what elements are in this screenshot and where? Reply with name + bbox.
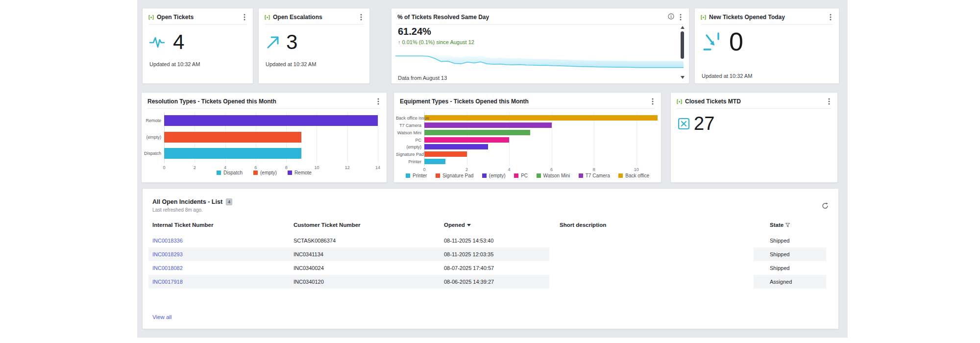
cell-internal-ticket[interactable]: INC0018336 xyxy=(152,238,290,244)
card-resolved-same-day: % of Tickets Resolved Same Day 61.24% ↑ … xyxy=(391,8,689,84)
legend-item-remote[interactable]: Remote xyxy=(288,170,312,175)
live-icon xyxy=(677,99,682,104)
x-axis-ticks: 0246810 xyxy=(424,167,658,173)
live-icon xyxy=(701,15,706,20)
updated-timestamp: Updated at 10:32 AM xyxy=(149,61,200,67)
legend-item-pc[interactable]: PC xyxy=(514,173,528,178)
info-icon[interactable] xyxy=(668,13,674,22)
bar-printer[interactable] xyxy=(424,159,445,164)
legend-item--empty-[interactable]: (empty) xyxy=(253,170,277,175)
card-title: Closed Tickets MTD xyxy=(685,98,741,105)
category-label: Watson Mini xyxy=(396,130,421,135)
column-header-internal-ticket[interactable]: Internal Ticket Number xyxy=(152,222,290,228)
cell-state: Assigned xyxy=(770,279,833,285)
x-tick-label: 4 xyxy=(508,167,511,172)
kebab-menu-icon[interactable] xyxy=(241,13,248,21)
card-scrollbar[interactable] xyxy=(680,26,686,79)
x-tick-label: 12 xyxy=(345,165,350,170)
legend-swatch xyxy=(514,173,518,178)
category-label: T7 Camera xyxy=(396,123,421,128)
header-divider xyxy=(701,24,833,24)
scroll-down-icon[interactable] xyxy=(681,76,685,79)
legend-label: (empty) xyxy=(260,170,277,175)
column-header-opened[interactable]: Opened xyxy=(444,222,557,228)
card-open-tickets: Open Tickets 4 Updated at 10:32 AM xyxy=(142,8,253,84)
gridline xyxy=(378,112,378,163)
scroll-up-icon[interactable] xyxy=(681,26,685,29)
bar-back-office-issue[interactable] xyxy=(424,115,658,121)
x-tick-label: 2 xyxy=(466,167,468,172)
bar-remote[interactable] xyxy=(164,115,378,126)
bar--empty-[interactable] xyxy=(424,144,488,149)
category-label: Remote xyxy=(144,118,161,123)
table-row: INC0018293INC034113408-11-2025 12:03:35S… xyxy=(143,247,838,261)
legend-label: Back office xyxy=(625,173,649,178)
category-label: PC xyxy=(396,138,421,143)
kebab-menu-icon[interactable] xyxy=(358,13,365,21)
bar-t7-camera[interactable] xyxy=(424,122,552,128)
legend-item-dispatch[interactable]: Dispatch xyxy=(217,170,243,175)
cell-internal-ticket[interactable]: INC0018293 xyxy=(152,251,290,257)
legend-swatch xyxy=(253,171,258,175)
kpi-value: 3 xyxy=(286,32,297,52)
header-divider xyxy=(397,24,683,24)
x-tick-label: 14 xyxy=(375,165,380,170)
bar-signature-pad[interactable] xyxy=(424,151,467,157)
legend-item-back-office[interactable]: Back office xyxy=(618,173,649,178)
category-label: Signature Pad xyxy=(396,152,421,157)
updated-timestamp: Updated at 10:32 AM xyxy=(266,61,316,67)
bar-pc[interactable] xyxy=(424,137,509,143)
legend-swatch xyxy=(579,173,583,178)
scrollbar-thumb[interactable] xyxy=(681,31,684,59)
x-tick-label: 6 xyxy=(550,167,553,172)
bar--empty-[interactable] xyxy=(164,132,301,143)
cell-opened: 08-07-2025 17:40:57 xyxy=(444,265,557,271)
table-header-row: Internal Ticket Number Customer Ticket N… xyxy=(143,222,838,232)
legend-item-printer[interactable]: Printer xyxy=(406,173,427,178)
bar-watson-mini[interactable] xyxy=(424,130,530,135)
column-header-short-description[interactable]: Short description xyxy=(560,222,756,228)
card-open-escalations: Open Escalations 3 Updated at 10:32 AM xyxy=(258,8,370,84)
filter-icon xyxy=(785,223,790,227)
last-refreshed-label: Last refreshed 8m ago. xyxy=(152,207,203,213)
card-title: Open Tickets xyxy=(157,14,194,21)
legend-item-watson-mini[interactable]: Watson Mini xyxy=(537,173,570,178)
legend-item-signature-pad[interactable]: Signature Pad xyxy=(436,173,473,178)
table-row: INC0017918INC034012008-06-2025 14:39:27A… xyxy=(143,275,838,289)
kebab-menu-icon[interactable] xyxy=(649,98,656,105)
card-title: Resolution Types - Tickets Opened this M… xyxy=(147,98,276,105)
card-title: Open Escalations xyxy=(273,14,322,21)
x-tick-label: 8 xyxy=(593,167,595,172)
kebab-menu-icon[interactable] xyxy=(375,98,382,105)
legend-label: Remote xyxy=(294,170,312,175)
legend-item--empty-[interactable]: (empty) xyxy=(482,173,506,178)
cell-internal-ticket[interactable]: INC0018082 xyxy=(152,265,290,271)
cell-customer-ticket: SCTASK0086374 xyxy=(294,238,441,244)
kpi-percentage: 61.24% xyxy=(398,26,431,37)
x-tick-label: 0 xyxy=(163,165,165,170)
x-tick-label: 4 xyxy=(224,165,226,170)
legend-swatch xyxy=(406,173,410,178)
legend-label: T7 Camera xyxy=(586,173,610,178)
legend-swatch xyxy=(217,171,221,175)
kpi-delta: ↑ 0.01% (0.1%) since August 12 xyxy=(398,39,474,45)
legend-swatch xyxy=(482,173,487,178)
legend-item-t7-camera[interactable]: T7 Camera xyxy=(579,173,610,178)
header-divider xyxy=(677,108,832,109)
kebab-menu-icon[interactable] xyxy=(677,13,684,21)
cell-opened: 08-11-2025 12:03:35 xyxy=(444,251,557,257)
column-header-customer-ticket[interactable]: Customer Ticket Number xyxy=(294,222,441,228)
legend-label: Watson Mini xyxy=(543,173,570,178)
header-divider xyxy=(400,108,655,109)
kebab-menu-icon[interactable] xyxy=(827,13,834,21)
kpi-value: 4 xyxy=(173,32,184,52)
bar-dispatch[interactable] xyxy=(164,148,301,159)
view-all-link[interactable]: View all xyxy=(152,314,172,320)
category-label: Printer xyxy=(396,159,421,164)
cell-internal-ticket[interactable]: INC0017918 xyxy=(152,279,290,285)
column-header-state[interactable]: State xyxy=(770,222,833,228)
card-resolution-types-chart: Resolution Types - Tickets Opened this M… xyxy=(141,92,387,183)
dashboard-canvas: Open Tickets 4 Updated at 10:32 AM Open … xyxy=(0,0,980,343)
kebab-menu-icon[interactable] xyxy=(826,98,833,105)
refresh-icon[interactable] xyxy=(822,202,829,211)
